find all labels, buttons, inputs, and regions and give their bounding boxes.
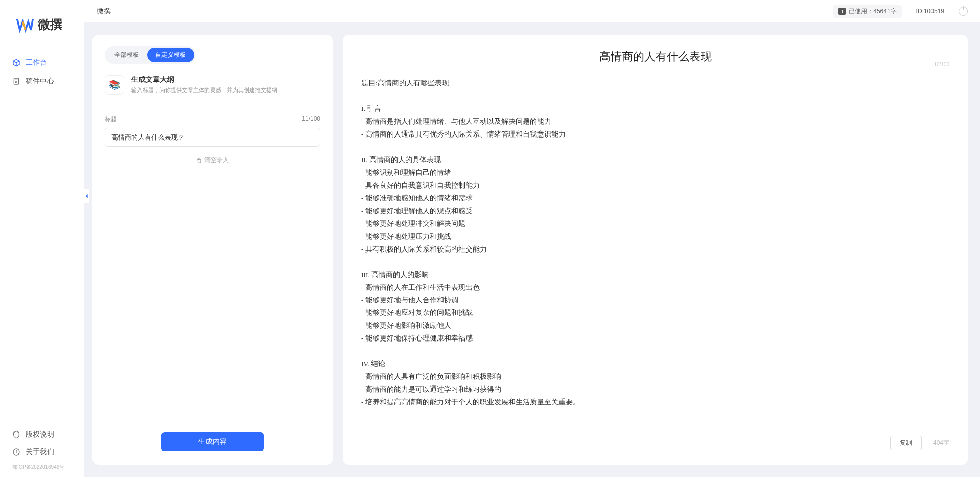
title-field-label: 标题 11/100: [105, 115, 320, 124]
output-header: 高情商的人有什么表现 10/100: [361, 49, 949, 70]
title-input[interactable]: [105, 128, 320, 147]
sidebar: 微撰 工作台 稿件中心 版权说明 关于我们 鄂ICP备2022016946号: [0, 0, 84, 477]
page-title: 微撰: [97, 7, 111, 16]
topbar-right: T 已使用：45641字 ID:100519: [833, 5, 968, 18]
template-title: 生成文章大纲: [131, 75, 277, 84]
usage-badge[interactable]: T 已使用：45641字: [833, 5, 901, 18]
nav-item-drafts[interactable]: 稿件中心: [6, 73, 78, 90]
output-body[interactable]: 题目:高情商的人有哪些表现 I. 引言 - 高情商是指人们处理情绪、与他人互动以…: [361, 77, 949, 423]
cube-icon: [12, 59, 20, 67]
shield-icon: [12, 430, 20, 439]
nav-item-copyright[interactable]: 版权说明: [6, 426, 78, 443]
nav-label: 工作台: [26, 58, 47, 67]
svg-point-6: [16, 450, 17, 451]
generate-button[interactable]: 生成内容: [161, 432, 264, 451]
output-panel: 高情商的人有什么表现 10/100 题目:高情商的人有哪些表现 I. 引言 - …: [343, 35, 968, 465]
output-footer: 复制 404字: [361, 428, 949, 450]
clear-button[interactable]: 清空录入: [105, 156, 320, 165]
main-area: 微撰 T 已使用：45641字 ID:100519 全部模板 自定义模板 📚: [84, 0, 980, 477]
char-counter: 11/100: [301, 115, 320, 124]
template-tabs: 全部模板 自定义模板: [105, 46, 196, 64]
document-icon: [12, 77, 20, 85]
user-id: ID:100519: [916, 8, 944, 15]
logo-text: 微撰: [38, 16, 62, 33]
usage-text: 已使用：45641字: [849, 7, 896, 16]
nav-main: 工作台 稿件中心: [0, 54, 84, 90]
logo-icon: [15, 15, 34, 34]
output-title: 高情商的人有什么表现: [599, 49, 712, 64]
tab-custom-template[interactable]: 自定义模板: [147, 48, 194, 62]
icp-text: 鄂ICP备2022016946号: [6, 461, 78, 471]
copy-button[interactable]: 复制: [890, 436, 922, 450]
template-description: 输入标题，为你提供文章主体的灵感，并为其创建推文提纲: [131, 86, 277, 94]
nav-item-workbench[interactable]: 工作台: [6, 54, 78, 72]
nav-label: 关于我们: [26, 447, 54, 457]
nav-label: 版权说明: [26, 430, 54, 439]
power-icon[interactable]: [959, 7, 968, 16]
text-count-icon: T: [838, 8, 846, 15]
template-card: 📚 生成文章大纲 输入标题，为你提供文章主体的灵感，并为其创建推文提纲: [105, 73, 320, 105]
template-icon: 📚: [105, 75, 124, 95]
tab-all-templates[interactable]: 全部模板: [106, 48, 147, 62]
app-logo: 微撰: [0, 15, 84, 54]
nav-label: 稿件中心: [26, 77, 54, 86]
content: 全部模板 自定义模板 📚 生成文章大纲 输入标题，为你提供文章主体的灵感，并为其…: [84, 22, 980, 477]
trash-icon: [196, 157, 202, 164]
field-label-text: 标题: [105, 115, 117, 124]
clear-text: 清空录入: [204, 156, 229, 165]
nav-item-about[interactable]: 关于我们: [6, 443, 78, 461]
title-char-counter: 10/100: [934, 62, 949, 67]
chevron-left-icon: [85, 194, 89, 199]
output-char-count: 404字: [933, 439, 949, 447]
info-icon: [12, 448, 20, 456]
input-panel: 全部模板 自定义模板 📚 生成文章大纲 输入标题，为你提供文章主体的灵感，并为其…: [92, 35, 333, 465]
sidebar-collapse-toggle[interactable]: [84, 189, 89, 203]
sidebar-bottom: 版权说明 关于我们 鄂ICP备2022016946号: [0, 426, 84, 477]
topbar: 微撰 T 已使用：45641字 ID:100519: [84, 0, 980, 22]
